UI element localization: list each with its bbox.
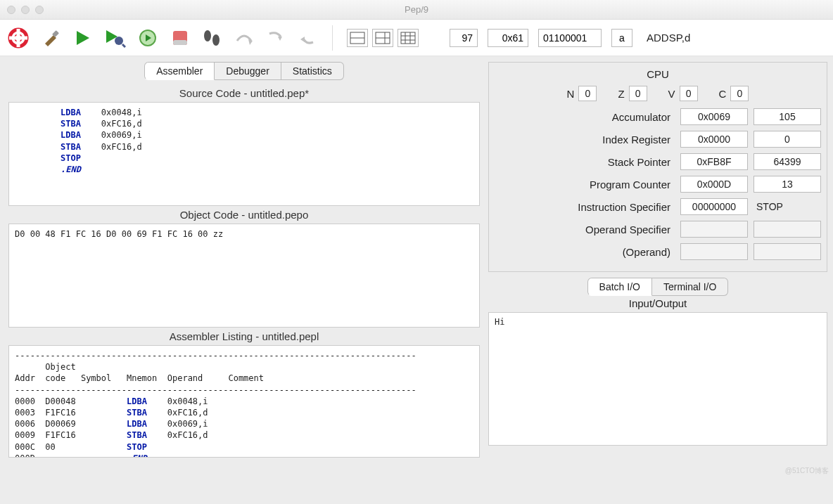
register-label: Instruction Specifier — [495, 201, 675, 213]
register-row: Index Register0x00000 — [495, 131, 821, 148]
main-area: Assembler Debugger Statistics Source Cod… — [0, 56, 833, 504]
io-box[interactable]: Hi — [488, 312, 827, 446]
step-into-icon[interactable] — [266, 27, 288, 49]
tab-statistics[interactable]: Statistics — [281, 62, 344, 80]
toolbar: ADDSP,d — [0, 20, 833, 56]
listing-title: Assembler Listing - untitled.pepl — [6, 328, 483, 345]
register-label: Stack Pointer — [495, 156, 675, 168]
step-icon[interactable] — [201, 27, 224, 49]
register-row: (Operand) — [495, 243, 821, 260]
registers: Accumulator0x0069105Index Register0x0000… — [495, 108, 821, 260]
hex-field[interactable] — [488, 29, 528, 47]
step-over-icon[interactable] — [234, 27, 256, 49]
tab-debugger[interactable]: Debugger — [215, 62, 281, 80]
watermark: @51CTO博客 — [785, 466, 829, 476]
stop-icon[interactable] — [169, 27, 191, 49]
instr-decode-label: ADDSP,d — [647, 32, 690, 44]
debug-run-icon[interactable] — [104, 27, 127, 49]
svg-rect-9 — [173, 40, 187, 45]
register-hex: 00000000 — [680, 198, 748, 215]
cpu-panel: CPU N0 Z0 V0 C0 Accumulator0x0069105Inde… — [488, 62, 827, 272]
char-field[interactable] — [611, 29, 632, 47]
toolbar-separator — [332, 25, 333, 51]
svg-line-6 — [122, 44, 125, 47]
register-hex: 0x0000 — [680, 131, 748, 148]
register-dec: 13 — [753, 176, 821, 193]
register-label: (Operand) — [495, 246, 675, 258]
svg-rect-17 — [401, 32, 415, 44]
register-label: Operand Specifier — [495, 224, 675, 235]
register-hex — [680, 221, 748, 238]
svg-point-11 — [212, 34, 220, 46]
help-icon[interactable] — [7, 27, 30, 49]
io-title: Input/Output — [488, 296, 827, 312]
cpu-title: CPU — [495, 68, 821, 80]
view-mode-group — [347, 29, 419, 47]
step-out-icon[interactable] — [298, 27, 321, 49]
register-dec — [753, 221, 821, 238]
right-pane: CPU N0 Z0 V0 C0 Accumulator0x0069105Inde… — [488, 62, 827, 498]
flag-c-value: 0 — [730, 86, 749, 101]
register-hex: 0xFB8F — [680, 153, 748, 170]
object-code-box[interactable]: D0 00 48 F1 FC 16 D0 00 69 F1 FC 16 00 z… — [8, 224, 480, 328]
source-code-box[interactable]: LDBA 0x0048,i STBA 0xFC16,d LDBA 0x0069,… — [8, 102, 480, 206]
svg-point-10 — [204, 30, 211, 41]
dec-field[interactable] — [450, 29, 478, 47]
view-code-button[interactable] — [347, 29, 368, 47]
bin-field[interactable] — [538, 29, 602, 47]
tab-assembler[interactable]: Assembler — [144, 62, 215, 80]
flag-v-label: V — [668, 88, 675, 100]
object-title: Object Code - untitled.pepo — [6, 206, 483, 224]
run-icon[interactable] — [72, 27, 94, 49]
flag-n-value: 0 — [578, 86, 597, 101]
register-hex — [680, 243, 748, 260]
register-row: Program Counter0x000D13 — [495, 176, 821, 193]
register-dec: STOP — [753, 198, 821, 215]
flag-z-value: 0 — [629, 86, 647, 101]
register-dec: 64399 — [753, 153, 821, 170]
view-memory-button[interactable] — [398, 29, 419, 47]
flag-v-value: 0 — [680, 86, 698, 101]
flag-n-label: N — [567, 88, 575, 100]
build-icon[interactable] — [39, 27, 62, 49]
window-title: Pep/9 — [0, 4, 833, 15]
io-tabs: Batch I/O Terminal I/O — [488, 278, 827, 296]
register-row: Stack Pointer0xFB8F64399 — [495, 153, 821, 170]
register-label: Accumulator — [495, 111, 675, 123]
register-label: Index Register — [495, 134, 675, 146]
register-hex: 0x0069 — [680, 108, 748, 125]
register-label: Program Counter — [495, 179, 675, 190]
flags-row: N0 Z0 V0 C0 — [495, 86, 821, 101]
register-row: Operand Specifier — [495, 221, 821, 238]
svg-point-5 — [115, 37, 123, 45]
register-dec: 105 — [753, 108, 821, 125]
left-pane: Assembler Debugger Statistics Source Cod… — [6, 62, 483, 498]
source-title: Source Code - untitled.pep* — [6, 84, 483, 102]
tab-batch-io[interactable]: Batch I/O — [587, 278, 652, 296]
listing-box[interactable]: ----------------------------------------… — [8, 345, 480, 458]
view-split-button[interactable] — [372, 29, 393, 47]
register-hex: 0x000D — [680, 176, 748, 193]
continue-icon[interactable] — [136, 27, 159, 49]
register-dec — [753, 243, 821, 260]
flag-z-label: Z — [618, 88, 624, 100]
titlebar: Pep/9 — [0, 0, 833, 20]
tab-terminal-io[interactable]: Terminal I/O — [652, 278, 728, 296]
register-dec: 0 — [753, 131, 821, 148]
editor-tabs: Assembler Debugger Statistics — [6, 62, 483, 80]
io-panel: Batch I/O Terminal I/O Input/Output Hi — [488, 278, 827, 446]
register-row: Instruction Specifier00000000STOP — [495, 198, 821, 215]
register-row: Accumulator0x0069105 — [495, 108, 821, 125]
flag-c-label: C — [719, 88, 727, 100]
